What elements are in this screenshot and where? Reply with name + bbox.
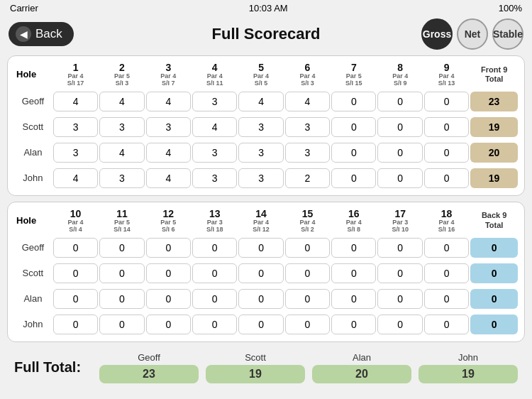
score-cell[interactable]: 0 bbox=[238, 286, 284, 312]
score-cell[interactable]: 0 bbox=[284, 312, 331, 337]
total-cell: 19 bbox=[470, 165, 519, 191]
score-cell[interactable]: 0 bbox=[423, 89, 470, 114]
back-label: Back bbox=[35, 27, 62, 41]
score-cell[interactable]: 4 bbox=[145, 165, 192, 191]
score-cell[interactable]: 0 bbox=[284, 261, 331, 286]
back9-header-row: Hole 10Par 4S/I 4 11Par 5S/I 14 12Par 5S… bbox=[13, 207, 519, 235]
score-cell[interactable]: 0 bbox=[145, 312, 192, 337]
score-cell[interactable]: 0 bbox=[331, 114, 377, 140]
hole-11-header: 11Par 5S/I 14 bbox=[99, 207, 145, 235]
score-cell[interactable]: 0 bbox=[331, 89, 377, 114]
score-cell[interactable]: 3 bbox=[238, 114, 284, 140]
score-cell[interactable]: 0 bbox=[52, 286, 99, 312]
stable-button[interactable]: Stable bbox=[492, 18, 523, 50]
back-total-cell: 0 bbox=[470, 235, 519, 261]
score-cell[interactable]: 0 bbox=[377, 235, 423, 261]
score-cell[interactable]: 0 bbox=[377, 140, 423, 165]
score-cell[interactable]: 3 bbox=[192, 165, 238, 191]
player-name: Geoff bbox=[13, 89, 52, 114]
score-cell[interactable]: 0 bbox=[423, 114, 470, 140]
score-cell[interactable]: 4 bbox=[145, 89, 192, 114]
player-total-column: John 19 bbox=[419, 352, 518, 383]
score-cell[interactable]: 0 bbox=[377, 261, 423, 286]
score-cell[interactable]: 0 bbox=[331, 140, 377, 165]
score-cell[interactable]: 4 bbox=[52, 89, 99, 114]
score-cell[interactable]: 0 bbox=[99, 286, 145, 312]
main-content: Hole 1Par 4S/I 17 2Par 5S/I 3 3Par 4S/I … bbox=[0, 53, 532, 390]
score-cell[interactable]: 0 bbox=[423, 312, 470, 337]
score-cell[interactable]: 4 bbox=[99, 140, 145, 165]
score-cell[interactable]: 0 bbox=[99, 312, 145, 337]
full-total-label: Full Total: bbox=[14, 359, 92, 376]
carrier-label: Carrier bbox=[10, 3, 38, 13]
score-cell[interactable]: 0 bbox=[52, 312, 99, 337]
score-cell[interactable]: 0 bbox=[331, 261, 377, 286]
score-cell[interactable]: 0 bbox=[331, 235, 377, 261]
net-button[interactable]: Net bbox=[457, 18, 488, 50]
score-cell[interactable]: 0 bbox=[99, 235, 145, 261]
table-row: Scott0000000000 bbox=[13, 261, 519, 286]
score-cell[interactable]: 0 bbox=[284, 235, 331, 261]
score-cell[interactable]: 0 bbox=[331, 312, 377, 337]
score-cell[interactable]: 0 bbox=[423, 261, 470, 286]
score-cell[interactable]: 3 bbox=[238, 140, 284, 165]
score-cell[interactable]: 3 bbox=[99, 165, 145, 191]
score-cell[interactable]: 4 bbox=[284, 89, 331, 114]
score-cell[interactable]: 0 bbox=[52, 261, 99, 286]
score-cell[interactable]: 4 bbox=[52, 165, 99, 191]
score-cell[interactable]: 0 bbox=[238, 261, 284, 286]
score-cell[interactable]: 0 bbox=[423, 235, 470, 261]
score-cell[interactable]: 0 bbox=[331, 286, 377, 312]
score-cell[interactable]: 0 bbox=[284, 286, 331, 312]
score-cell[interactable]: 0 bbox=[192, 261, 238, 286]
score-cell[interactable]: 3 bbox=[238, 165, 284, 191]
score-cell[interactable]: 3 bbox=[145, 114, 192, 140]
score-cell[interactable]: 0 bbox=[192, 286, 238, 312]
score-cell[interactable]: 0 bbox=[423, 140, 470, 165]
score-cell[interactable]: 4 bbox=[192, 114, 238, 140]
score-cell[interactable]: 4 bbox=[99, 89, 145, 114]
hole-14-header: 14Par 4S/I 12 bbox=[238, 207, 284, 235]
front9-table: Hole 1Par 4S/I 17 2Par 5S/I 3 3Par 4S/I … bbox=[13, 60, 519, 191]
hole-12-header: 12Par 5S/I 6 bbox=[145, 207, 192, 235]
score-cell[interactable]: 0 bbox=[377, 286, 423, 312]
score-cell[interactable]: 3 bbox=[99, 114, 145, 140]
gross-button[interactable]: Gross bbox=[421, 18, 453, 50]
total-cell: 23 bbox=[470, 89, 519, 114]
score-cell[interactable]: 0 bbox=[99, 261, 145, 286]
player-name: Alan bbox=[13, 140, 52, 165]
score-cell[interactable]: 0 bbox=[192, 312, 238, 337]
score-cell[interactable]: 3 bbox=[52, 114, 99, 140]
score-cell[interactable]: 0 bbox=[192, 235, 238, 261]
score-cell[interactable]: 0 bbox=[145, 286, 192, 312]
hole-6-header: 6Par 4S/I 3 bbox=[284, 60, 331, 89]
score-cell[interactable]: 3 bbox=[284, 140, 331, 165]
score-cell[interactable]: 0 bbox=[423, 165, 470, 191]
score-cell[interactable]: 0 bbox=[238, 312, 284, 337]
total-cell: 20 bbox=[470, 140, 519, 165]
score-cell[interactable]: 0 bbox=[145, 261, 192, 286]
score-cell[interactable]: 0 bbox=[377, 312, 423, 337]
score-cell[interactable]: 3 bbox=[284, 114, 331, 140]
player-total-value: 19 bbox=[206, 365, 305, 383]
score-cell[interactable]: 0 bbox=[377, 89, 423, 114]
score-cell[interactable]: 0 bbox=[377, 114, 423, 140]
score-cell[interactable]: 4 bbox=[145, 140, 192, 165]
score-cell[interactable]: 4 bbox=[238, 89, 284, 114]
score-cell[interactable]: 0 bbox=[377, 165, 423, 191]
score-cell[interactable]: 3 bbox=[192, 140, 238, 165]
score-cell[interactable]: 3 bbox=[52, 140, 99, 165]
score-cell[interactable]: 0 bbox=[238, 235, 284, 261]
score-cell[interactable]: 0 bbox=[331, 165, 377, 191]
player-total-value: 19 bbox=[419, 365, 518, 383]
score-cell[interactable]: 0 bbox=[52, 235, 99, 261]
score-cell[interactable]: 3 bbox=[192, 89, 238, 114]
score-cell[interactable]: 2 bbox=[284, 165, 331, 191]
score-cell[interactable]: 0 bbox=[423, 286, 470, 312]
back-total-cell: 0 bbox=[470, 286, 519, 312]
hole-1-header: 1Par 4S/I 17 bbox=[52, 60, 99, 89]
score-cell[interactable]: 0 bbox=[145, 235, 192, 261]
back-button[interactable]: ◀ Back bbox=[9, 22, 74, 46]
hole-17-header: 17Par 3S/I 10 bbox=[377, 207, 423, 235]
time-label: 10:03 AM bbox=[249, 3, 288, 13]
